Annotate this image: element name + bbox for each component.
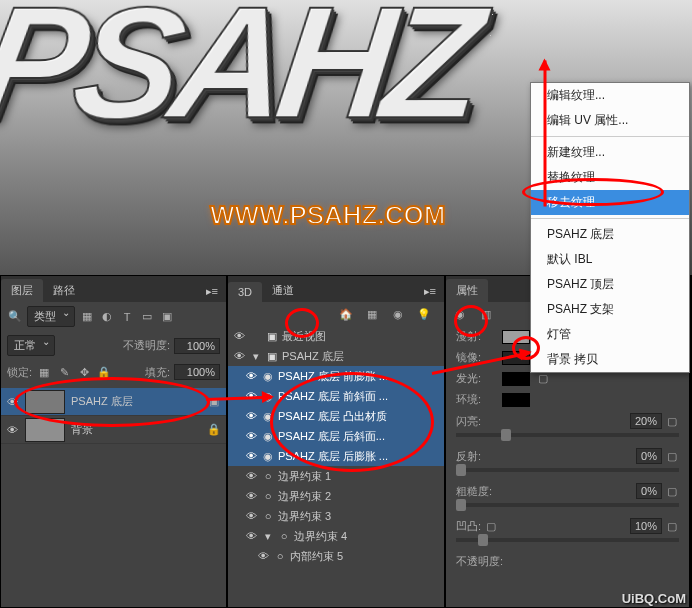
lock-position-icon[interactable]: ✥: [76, 364, 92, 380]
reflect-input[interactable]: 0%: [636, 448, 662, 464]
ctx-target-5[interactable]: 灯管: [531, 322, 689, 347]
material-icon[interactable]: ◉: [452, 306, 468, 322]
visibility-icon[interactable]: 👁: [244, 490, 258, 502]
filter-mesh-icon[interactable]: ▦: [364, 306, 380, 322]
blend-mode-dropdown[interactable]: 正常: [7, 335, 55, 356]
expander-icon[interactable]: ▾: [262, 530, 274, 543]
tree-row[interactable]: 👁 ▾ ▣ PSAHZ 底层: [228, 346, 444, 366]
texture-menu-icon[interactable]: ▢: [665, 485, 679, 498]
tree-row[interactable]: 👁 ▾ ○ 边界约束 4: [228, 526, 444, 546]
fill-input[interactable]: 100%: [174, 364, 220, 380]
filter-adjust-icon[interactable]: ◐: [99, 309, 115, 325]
layer-thumbnail[interactable]: [25, 418, 65, 442]
filter-shape-icon[interactable]: ▭: [139, 309, 155, 325]
rough-label: 粗糙度:: [456, 484, 492, 499]
tree-row[interactable]: 👁 ◉ PSAHZ 底层 后斜面...: [228, 426, 444, 446]
texture-menu-icon[interactable]: ▢: [665, 415, 679, 428]
rough-slider[interactable]: [456, 503, 679, 507]
bump-slider[interactable]: [456, 538, 679, 542]
tree-row[interactable]: 👁 ◉ PSAHZ 底层 凸出材质: [228, 406, 444, 426]
ctx-edit-texture[interactable]: 编辑纹理...: [531, 83, 689, 108]
ctx-replace-texture[interactable]: 替换纹理...: [531, 165, 689, 190]
visibility-icon[interactable]: 👁: [244, 530, 258, 542]
reflect-slider[interactable]: [456, 468, 679, 472]
ambient-swatch[interactable]: [502, 393, 530, 407]
tree-row[interactable]: 👁 ◉ PSAHZ 底层 前膨胀 ...: [228, 366, 444, 386]
lock-brush-icon[interactable]: ✎: [56, 364, 72, 380]
filter-pixel-icon[interactable]: ▦: [79, 309, 95, 325]
mesh-icon[interactable]: ▥: [478, 306, 494, 322]
texture-menu-icon[interactable]: ▢: [665, 450, 679, 463]
layer-3d-indicator-icon: ▣: [206, 394, 222, 410]
visibility-icon[interactable]: 👁: [244, 470, 258, 482]
tree-row[interactable]: 👁 ▣ 最近视图: [228, 326, 444, 346]
layer-list: 👁 PSAHZ 底层 ▣ 👁 背景 🔒: [1, 384, 226, 444]
layer-thumbnail[interactable]: [25, 390, 65, 414]
opacity-input[interactable]: 100%: [174, 338, 220, 354]
tree-row[interactable]: 👁 ○ 边界约束 2: [228, 486, 444, 506]
visibility-icon[interactable]: 👁: [5, 424, 19, 436]
visibility-icon[interactable]: 👁: [244, 430, 258, 442]
search-icon[interactable]: 🔍: [7, 309, 23, 325]
ctx-target-6[interactable]: 背景 拷贝: [531, 347, 689, 372]
tree-row[interactable]: 👁 ○ 边界约束 3: [228, 506, 444, 526]
visibility-icon[interactable]: 👁: [244, 370, 258, 382]
tab-properties[interactable]: 属性: [446, 279, 488, 302]
visibility-icon[interactable]: 👁: [256, 550, 270, 562]
texture-menu-icon[interactable]: ▢: [536, 372, 550, 385]
filter-material-icon[interactable]: ◉: [390, 306, 406, 322]
ctx-target-4[interactable]: PSAHZ 支架: [531, 297, 689, 322]
layer-item[interactable]: 👁 PSAHZ 底层 ▣: [1, 388, 226, 416]
glow-swatch[interactable]: [502, 372, 530, 386]
expander-icon[interactable]: ▾: [250, 350, 262, 363]
layers-panel: 图层 路径 ▸≡ 🔍 类型 ▦ ◐ T ▭ ▣ 正常 不透明度: 100% 锁定…: [0, 275, 227, 608]
ctx-target-3[interactable]: PSAHZ 顶层: [531, 272, 689, 297]
lock-pixels-icon[interactable]: ▦: [36, 364, 52, 380]
visibility-icon[interactable]: 👁: [5, 396, 19, 408]
visibility-icon[interactable]: 👁: [244, 510, 258, 522]
specular-swatch[interactable]: [502, 351, 530, 365]
tree-item-label: 边界约束 3: [278, 509, 331, 524]
tree-row[interactable]: 👁 ◉ PSAHZ 底层 前斜面 ...: [228, 386, 444, 406]
panel-menu-button[interactable]: ▸≡: [416, 281, 444, 302]
visibility-icon[interactable]: 👁: [244, 410, 258, 422]
tab-3d[interactable]: 3D: [228, 282, 262, 302]
ctx-edit-uv[interactable]: 编辑 UV 属性...: [531, 108, 689, 133]
tree-item-label: PSAHZ 底层: [282, 349, 344, 364]
shine-slider[interactable]: [456, 433, 679, 437]
visibility-icon[interactable]: 👁: [244, 390, 258, 402]
visibility-icon[interactable]: 👁: [232, 350, 246, 362]
tab-paths[interactable]: 路径: [43, 279, 85, 302]
tab-channels[interactable]: 通道: [262, 279, 304, 302]
filter-smart-icon[interactable]: ▣: [159, 309, 175, 325]
visibility-icon[interactable]: 👁: [232, 330, 246, 342]
ctx-remove-texture[interactable]: 移去纹理: [531, 190, 689, 215]
lock-all-icon[interactable]: 🔒: [96, 364, 112, 380]
texture-context-menu[interactable]: 编辑纹理... 编辑 UV 属性... 新建纹理... 替换纹理... 移去纹理…: [530, 82, 690, 373]
filter-kind-dropdown[interactable]: 类型: [27, 306, 75, 327]
ctx-target-2[interactable]: 默认 IBL: [531, 247, 689, 272]
shine-input[interactable]: 20%: [630, 413, 662, 429]
3d-text: PSAHZ: [0, 0, 481, 155]
tab-layers[interactable]: 图层: [1, 279, 43, 302]
visibility-icon[interactable]: 👁: [244, 450, 258, 462]
bump-input[interactable]: 10%: [630, 518, 662, 534]
panel-menu-button[interactable]: ▸≡: [198, 281, 226, 302]
diffuse-label: 漫射:: [456, 329, 496, 344]
tree-row[interactable]: 👁 ◉ PSAHZ 底层 后膨胀 ...: [228, 446, 444, 466]
rough-input[interactable]: 0%: [636, 483, 662, 499]
diffuse-swatch[interactable]: [502, 330, 530, 344]
tree-row[interactable]: 👁 ○ 边界约束 1: [228, 466, 444, 486]
filter-type-icon[interactable]: T: [119, 309, 135, 325]
layer-name: PSAHZ 底层: [71, 394, 133, 409]
tree-item-label: PSAHZ 底层 后斜面...: [278, 429, 385, 444]
ctx-new-texture[interactable]: 新建纹理...: [531, 140, 689, 165]
layer-item[interactable]: 👁 背景 🔒: [1, 416, 226, 444]
texture-menu-icon[interactable]: ▢: [484, 520, 498, 533]
ctx-target-1[interactable]: PSAHZ 底层: [531, 222, 689, 247]
texture-menu-icon[interactable]: ▢: [665, 520, 679, 533]
filter-light-icon[interactable]: 💡: [416, 306, 432, 322]
tree-item-label: PSAHZ 底层 凸出材质: [278, 409, 387, 424]
filter-scene-icon[interactable]: 🏠: [338, 306, 354, 322]
tree-row[interactable]: 👁 ○ 内部约束 5: [228, 546, 444, 566]
